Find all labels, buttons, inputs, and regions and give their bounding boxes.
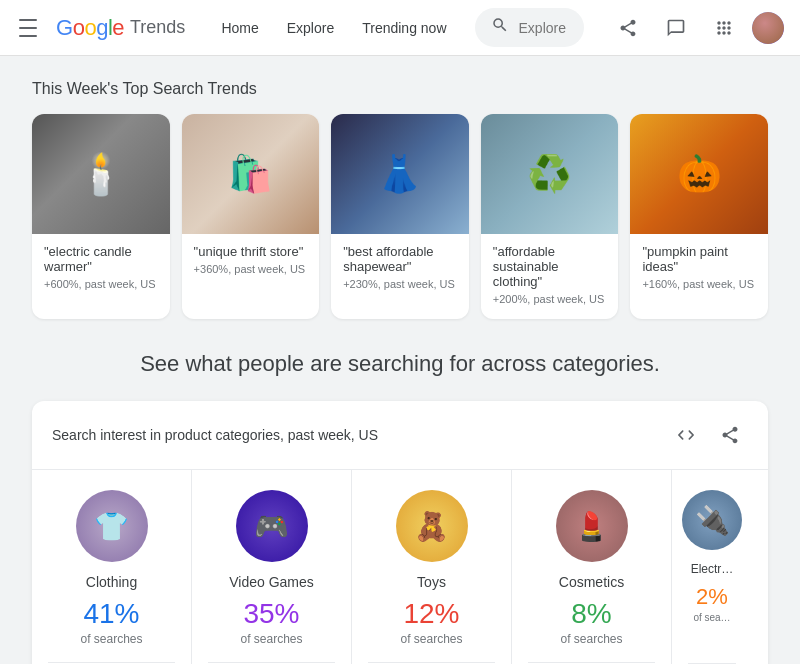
navbar: Google Trends Home Explore Trending now bbox=[0, 0, 800, 56]
logo-google-text: Google bbox=[56, 15, 124, 41]
category-sub-cosmetics: of searches bbox=[560, 632, 622, 646]
categories-container: Search interest in product categories, p… bbox=[32, 401, 768, 664]
category-percent-games: 35% bbox=[243, 598, 299, 630]
nav-trending-now[interactable]: Trending now bbox=[350, 14, 458, 42]
avatar[interactable] bbox=[752, 12, 784, 44]
embed-button[interactable] bbox=[668, 417, 704, 453]
trend-meta-4: +160%, past week, US bbox=[642, 278, 756, 290]
category-card-electronics[interactable]: 🔌 Electr… 2% of sea… EXPLO… bbox=[672, 470, 752, 664]
category-card-cosmetics[interactable]: 💄 Cosmetics 8% of searches EXPLORE → bbox=[512, 470, 672, 664]
trend-body-0: "electric candle warmer" +600%, past wee… bbox=[32, 234, 170, 304]
category-name-electronics: Electr… bbox=[691, 562, 734, 576]
category-image-toys: 🧸 bbox=[396, 490, 468, 562]
category-name-toys: Toys bbox=[417, 574, 446, 590]
logo-trends-text: Trends bbox=[130, 17, 185, 38]
search-box bbox=[475, 8, 584, 47]
trend-image-3: ♻️ bbox=[481, 114, 619, 234]
category-percent-clothing: 41% bbox=[83, 598, 139, 630]
mid-section-title: See what people are searching for across… bbox=[32, 351, 768, 377]
trend-image-0: 🕯️ bbox=[32, 114, 170, 234]
category-image-games: 🎮 bbox=[236, 490, 308, 562]
trend-keyword-4: "pumpkin paint ideas" bbox=[642, 244, 756, 274]
category-card-clothing[interactable]: 👕 Clothing 41% of searches EXPLORE → bbox=[32, 470, 192, 664]
trend-image-1: 🛍️ bbox=[182, 114, 320, 234]
trend-meta-1: +360%, past week, US bbox=[194, 263, 308, 275]
trend-card-3[interactable]: ♻️ "affordable sustainable clothing" +20… bbox=[481, 114, 619, 319]
nav-actions bbox=[608, 8, 784, 48]
feedback-button[interactable] bbox=[656, 8, 696, 48]
trend-keyword-3: "affordable sustainable clothing" bbox=[493, 244, 607, 289]
trend-meta-0: +600%, past week, US bbox=[44, 278, 158, 290]
category-percent-electronics: 2% bbox=[696, 584, 728, 610]
trend-image-4: 🎃 bbox=[630, 114, 768, 234]
trend-body-4: "pumpkin paint ideas" +160%, past week, … bbox=[630, 234, 768, 304]
category-image-cosmetics: 💄 bbox=[556, 490, 628, 562]
nav-home[interactable]: Home bbox=[209, 14, 270, 42]
trend-keyword-2: "best affordable shapewear" bbox=[343, 244, 457, 274]
trend-card-1[interactable]: 🛍️ "unique thrift store" +360%, past wee… bbox=[182, 114, 320, 319]
share-button[interactable] bbox=[608, 8, 648, 48]
categories-header: Search interest in product categories, p… bbox=[32, 401, 768, 470]
search-icon bbox=[491, 16, 509, 39]
category-name-cosmetics: Cosmetics bbox=[559, 574, 624, 590]
categories-header-title: Search interest in product categories, p… bbox=[52, 427, 378, 443]
category-sub-electronics: of sea… bbox=[693, 612, 730, 623]
top-trends-section: This Week's Top Search Trends 🕯️ "electr… bbox=[32, 80, 768, 319]
category-sub-clothing: of searches bbox=[80, 632, 142, 646]
category-percent-cosmetics: 8% bbox=[571, 598, 611, 630]
nav-links: Home Explore Trending now bbox=[209, 14, 458, 42]
trend-card-0[interactable]: 🕯️ "electric candle warmer" +600%, past … bbox=[32, 114, 170, 319]
trend-body-2: "best affordable shapewear" +230%, past … bbox=[331, 234, 469, 304]
trend-meta-2: +230%, past week, US bbox=[343, 278, 457, 290]
trend-keyword-1: "unique thrift store" bbox=[194, 244, 308, 259]
category-card-games[interactable]: 🎮 Video Games 35% of searches EXPLORE → bbox=[192, 470, 352, 664]
logo[interactable]: Google Trends bbox=[56, 15, 185, 41]
category-image-clothing: 👕 bbox=[76, 490, 148, 562]
category-card-toys[interactable]: 🧸 Toys 12% of searches EXPLORE → bbox=[352, 470, 512, 664]
category-sub-toys: of searches bbox=[400, 632, 462, 646]
menu-icon[interactable] bbox=[16, 16, 40, 40]
nav-explore[interactable]: Explore bbox=[275, 14, 346, 42]
trend-card-4[interactable]: 🎃 "pumpkin paint ideas" +160%, past week… bbox=[630, 114, 768, 319]
category-name-games: Video Games bbox=[229, 574, 314, 590]
category-name-clothing: Clothing bbox=[86, 574, 137, 590]
trend-card-2[interactable]: 👗 "best affordable shapewear" +230%, pas… bbox=[331, 114, 469, 319]
mid-section: See what people are searching for across… bbox=[32, 351, 768, 377]
top-trends-title: This Week's Top Search Trends bbox=[32, 80, 768, 98]
trend-body-3: "affordable sustainable clothing" +200%,… bbox=[481, 234, 619, 319]
category-image-electronics: 🔌 bbox=[682, 490, 742, 550]
trend-body-1: "unique thrift store" +360%, past week, … bbox=[182, 234, 320, 289]
trend-image-2: 👗 bbox=[331, 114, 469, 234]
share-categories-button[interactable] bbox=[712, 417, 748, 453]
trend-meta-3: +200%, past week, US bbox=[493, 293, 607, 305]
search-input[interactable] bbox=[519, 20, 568, 36]
apps-button[interactable] bbox=[704, 8, 744, 48]
trends-cards: 🕯️ "electric candle warmer" +600%, past … bbox=[32, 114, 768, 319]
trend-keyword-0: "electric candle warmer" bbox=[44, 244, 158, 274]
category-sub-games: of searches bbox=[240, 632, 302, 646]
categories-cards: 👕 Clothing 41% of searches EXPLORE → 🎮 V… bbox=[32, 470, 768, 664]
main-content: This Week's Top Search Trends 🕯️ "electr… bbox=[0, 56, 800, 664]
categories-header-actions bbox=[668, 417, 748, 453]
category-percent-toys: 12% bbox=[403, 598, 459, 630]
